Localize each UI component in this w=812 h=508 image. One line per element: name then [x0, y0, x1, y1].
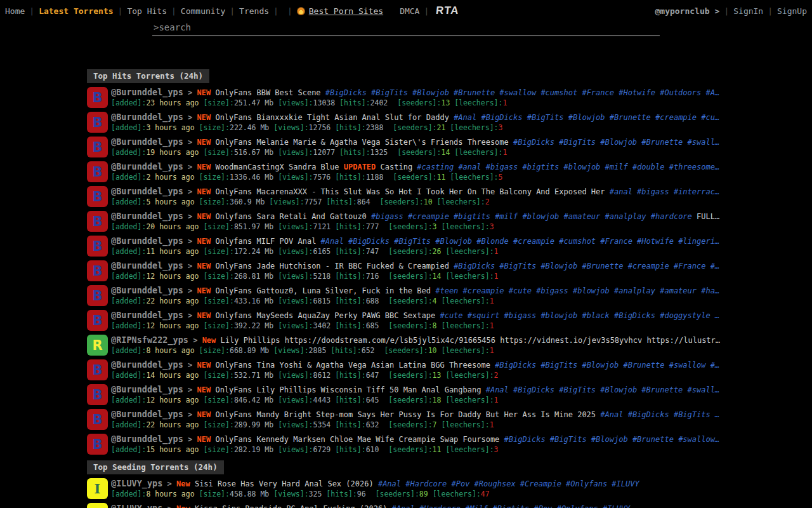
uploader-link[interactable]: @Burunddel_yps: [111, 384, 183, 394]
torrent-title[interactable]: OnlyFans Kennedy Marksen Chloe Mae Wife …: [215, 435, 499, 444]
hashtags[interactable]: #Anal #BigDicks #BigTits #Blowjob #Brune…: [454, 113, 719, 122]
uploader-avatar[interactable]: R: [87, 335, 108, 356]
views-value: 6815: [313, 297, 331, 305]
hashtags[interactable]: #casting #anal #bigass #bigtits #blowjob…: [417, 163, 719, 171]
dmca-link[interactable]: DMCA: [400, 6, 419, 16]
hits-value: 96: [357, 490, 366, 498]
hashtags[interactable]: #BigDicks #BigTits #Blowjob #Brunette #c…: [454, 262, 719, 271]
uploader-avatar[interactable]: B: [87, 112, 108, 133]
torrent-title[interactable]: OnlyFans BBW Best Scene: [215, 88, 320, 97]
hits-label: [hits]:: [335, 420, 365, 429]
uploader-avatar[interactable]: B: [87, 161, 108, 182]
hashtags[interactable]: #cute #squirt #bigass #blowjob #black #B…: [440, 311, 719, 320]
hashtags[interactable]: #Anal #BigDicks #BigTits #Blowjob #Brune…: [486, 385, 719, 394]
new-badge: New: [176, 479, 190, 488]
uploader-link[interactable]: @Burunddel_yps: [111, 161, 183, 171]
uploader-avatar[interactable]: B: [87, 236, 108, 257]
torrent-title[interactable]: Onlyfans MILF POV Anal: [215, 237, 316, 246]
torrent-title[interactable]: OnlyFans Bianxxxkie Tight Asian Anal Slu…: [215, 113, 449, 122]
nav-top-hits[interactable]: Top Hits: [127, 6, 167, 16]
hashtags[interactable]: #BigDicks #BigTits #Blowjob #Brunette #s…: [504, 435, 720, 444]
uploader-avatar[interactable]: I: [87, 478, 108, 499]
torrent-title[interactable]: Lily Phillips https://doodstream.com/e/l…: [221, 336, 720, 345]
torrent-title[interactable]: OnlyFans Jade Hutchison - IR BBC Fucked …: [215, 262, 449, 271]
hashtags[interactable]: #Anal #BigDicks #BigTits …: [600, 410, 719, 419]
leechers-label: [leechers]:: [445, 272, 494, 281]
nav-community[interactable]: Community: [181, 6, 225, 16]
uploader-avatar[interactable]: B: [87, 87, 108, 108]
uploader-avatar[interactable]: B: [87, 434, 108, 455]
torrent-title[interactable]: Onlyfans Sara Retali And Gattouz0: [215, 212, 366, 221]
caret-separator: >: [188, 88, 192, 97]
best-porn-sites-promo[interactable]: Best Porn Sites: [297, 6, 383, 16]
uploader-link[interactable]: @Burunddel_yps: [111, 186, 183, 196]
torrent-title[interactable]: Onlyfans MaySeeds AquaZay Perky PAWG BBC…: [215, 311, 435, 320]
torrent-title[interactable]: OnlyFans Gattouz0, Luna Silver, Fuck in …: [215, 286, 431, 295]
uploader-link[interactable]: @Burunddel_yps: [111, 434, 183, 444]
torrent-title[interactable]: OnlyFans MacarenaXXX - This Slut Was So …: [215, 187, 605, 196]
hashtags[interactable]: #Anal #Hardcore #Pov #Roughsex #Creampie…: [378, 479, 639, 488]
uploader-avatar[interactable]: B: [87, 310, 108, 331]
torrent-title[interactable]: OnlyFans Lily Phillips Wisconsin Tiff 50…: [215, 385, 481, 394]
size-label: [size]:: [199, 346, 230, 355]
new-badge: NEW: [197, 410, 211, 419]
uploader-link[interactable]: @Burunddel_yps: [111, 112, 183, 122]
nav-latest-torrents[interactable]: Latest Torrents: [39, 6, 113, 16]
torrent-title[interactable]: OnlyFans Melanie Marie & Agatha Vega Sis…: [215, 138, 508, 147]
signup-link[interactable]: SignUp: [777, 6, 807, 16]
uploader-avatar[interactable]: B: [87, 359, 108, 380]
hashtags[interactable]: #BigDicks #BigTits #Blowjob #Brunette #s…: [495, 361, 719, 370]
search-input[interactable]: [154, 22, 658, 32]
size-value: 516.67 Mb: [234, 148, 273, 157]
hashtags[interactable]: #anal #bigass #interrac…: [610, 187, 719, 196]
torrent-stats-line: [added]:15 hours ago [size]:282.19 Mb [v…: [111, 444, 724, 455]
uploader-avatar[interactable]: B: [87, 384, 108, 405]
uploader-link[interactable]: @Burunddel_yps: [111, 310, 183, 320]
uploader-link[interactable]: @ILUVY_yps: [111, 478, 162, 488]
uploader-link[interactable]: @ILUVY_yps: [111, 503, 162, 508]
signin-link[interactable]: SignIn: [733, 6, 763, 16]
uploader-avatar[interactable]: B: [87, 409, 108, 430]
size-value: 289.99 Mb: [234, 420, 273, 429]
torrent-title[interactable]: WoodmanCastingX Sandra Blue: [215, 163, 339, 171]
hashtags[interactable]: #Anal #BigDicks #BigTits #Blowjob #Blond…: [321, 237, 720, 246]
torrent-title-cont[interactable]: Casting: [381, 163, 413, 171]
uploader-avatar[interactable]: B: [87, 260, 108, 281]
uploader-link[interactable]: @RIPNsfw222_yps: [111, 335, 188, 345]
account-name[interactable]: @mypornclub: [655, 6, 709, 16]
size-label: [size]:: [203, 445, 233, 454]
torrent-row: B @Burunddel_yps > NEW Onlyfans MILF POV…: [87, 236, 725, 257]
uploader-link[interactable]: @Burunddel_yps: [111, 409, 183, 419]
uploader-avatar[interactable]: B: [87, 186, 108, 207]
size-value: 846.42 Mb: [234, 396, 273, 404]
size-label: [size]:: [203, 148, 233, 157]
hashtags[interactable]: #teen #creampie #cute #bigass #blowjob #…: [435, 286, 719, 295]
uploader-link[interactable]: @Burunddel_yps: [111, 260, 183, 271]
uploader-avatar[interactable]: B: [87, 211, 108, 232]
hashtags[interactable]: #BigDicks #BigTits #Blowjob #Brunette #s…: [513, 138, 719, 147]
torrent-title[interactable]: OnlyFans Tina Yoshi & Agatha Vega Asian …: [215, 361, 490, 370]
nav-trends[interactable]: Trends: [239, 6, 269, 16]
uploader-link[interactable]: @Burunddel_yps: [111, 359, 183, 370]
torrent-title[interactable]: Kissa Sins Roadside BG Anal Fucking (202…: [195, 504, 387, 508]
hashtags[interactable]: #BigDicks #BigTits #Blowjob #Brunette #s…: [325, 88, 719, 97]
best-porn-sites-link[interactable]: Best Porn Sites: [309, 6, 383, 16]
uploader-link[interactable]: @Burunddel_yps: [111, 285, 183, 295]
uploader-link[interactable]: @Burunddel_yps: [111, 87, 183, 97]
uploader-avatar[interactable]: B: [87, 285, 108, 306]
top-hits-rows: B @Burunddel_yps > NEW OnlyFans BBW Best…: [87, 87, 725, 455]
uploader-link[interactable]: @Burunddel_yps: [111, 211, 183, 221]
hashtags[interactable]: #Anal #Hardcore #Milf #Bigtits #Pov #Onl…: [392, 504, 631, 508]
uploader-avatar[interactable]: I: [87, 503, 108, 508]
leechers-label: [leechers]:: [445, 371, 494, 380]
torrent-title[interactable]: Sisi Rose Has Very Hard Anal Sex (2026): [195, 479, 374, 488]
torrent-title[interactable]: OnlyFans Mandy Bright Step-mom Says Her …: [215, 410, 596, 419]
torrent-title-line: @Burunddel_yps > NEW OnlyFans BBW Best S…: [111, 87, 724, 98]
hashtags[interactable]: #bigass #creampie #bigtits #milf #blowjo…: [371, 212, 692, 221]
hits-label: [hits]:: [335, 222, 365, 231]
nav-home[interactable]: Home: [5, 6, 25, 16]
torrent-stats-line: [added]:12 hours ago [size]:392.22 Mb [v…: [111, 321, 724, 331]
uploader-link[interactable]: @Burunddel_yps: [111, 236, 183, 246]
uploader-link[interactable]: @Burunddel_yps: [111, 137, 183, 147]
uploader-avatar[interactable]: B: [87, 137, 108, 157]
